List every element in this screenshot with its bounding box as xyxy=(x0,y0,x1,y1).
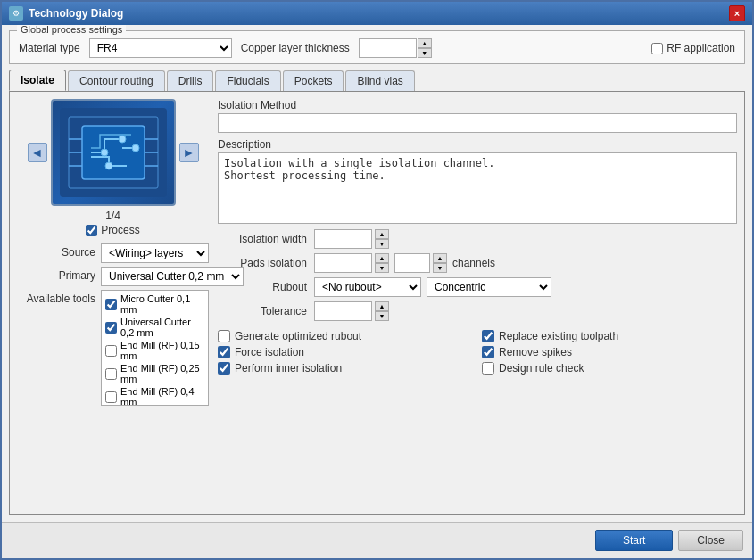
rubout-select[interactable]: <No rubout> xyxy=(314,277,421,297)
image-counter: 1/4 xyxy=(105,210,120,222)
source-select[interactable]: <Wiring> layers xyxy=(101,243,209,263)
form-rows: Source <Wiring> layers Primary Universal… xyxy=(17,243,209,406)
isolation-width-input[interactable]: 0,2 mm xyxy=(314,229,372,249)
window-icon: ⚙ xyxy=(9,6,23,21)
pads-isolation-wrap: 0.05 mm ▲ ▼ 0 ▲ ▼ channels xyxy=(314,253,495,273)
prev-image-button[interactable]: ◄ xyxy=(28,143,47,162)
pads-isolation-spinner: ▲ ▼ xyxy=(375,253,389,273)
material-type-select[interactable]: FR4 xyxy=(89,38,232,58)
isolation-width-row: Isolation width 0,2 mm ▲ ▼ xyxy=(218,229,737,249)
label-force-isolation: Force isolation xyxy=(235,346,304,358)
technology-dialog: ⚙ Technology Dialog × Global process set… xyxy=(0,0,754,560)
next-image-button[interactable]: ► xyxy=(179,143,199,162)
tab-fiducials[interactable]: Fiducials xyxy=(215,70,280,91)
primary-label: Primary xyxy=(17,267,95,282)
label-gen-rubout: Generate optimized rubout xyxy=(235,330,361,342)
tool-checkbox-universal02[interactable] xyxy=(105,322,117,334)
tab-drills[interactable]: Drills xyxy=(167,70,214,91)
tolerance-input[interactable]: 0.002 mm xyxy=(314,301,372,321)
tabs-bar: Isolate Contour routing Drills Fiducials… xyxy=(9,70,745,91)
label-perform-inner: Perform inner isolation xyxy=(235,362,342,375)
tool-label-endmill025: End Mill (RF) 0,25 mm xyxy=(120,363,204,384)
circuit-svg xyxy=(60,108,167,197)
tol-spin-down[interactable]: ▼ xyxy=(375,311,389,321)
copper-spin-down[interactable]: ▼ xyxy=(418,48,432,58)
title-bar: ⚙ Technology Dialog × xyxy=(2,2,752,25)
pads-channels-spinner: ▲ ▼ xyxy=(433,253,447,273)
tab-content-isolate: ◄ xyxy=(9,91,745,515)
copper-spin-up[interactable]: ▲ xyxy=(418,38,432,48)
tab-isolate[interactable]: Isolate xyxy=(9,70,66,91)
svg-point-4 xyxy=(119,136,126,143)
pads-isolation-row: Pads isolation 0.05 mm ▲ ▼ 0 ▲ ▼ xyxy=(218,253,737,273)
pads-iso-spin-down[interactable]: ▼ xyxy=(375,263,389,273)
pads-isolation-label: Pads isolation xyxy=(218,257,307,269)
description-textarea[interactable]: Isolation with a single isolation channe… xyxy=(218,152,737,224)
tol-spin-up[interactable]: ▲ xyxy=(375,301,389,311)
copper-spinner-buttons: ▲ ▼ xyxy=(418,38,432,58)
option-design-rule: Design rule check xyxy=(482,362,737,375)
dialog-body: Global process settings Material type FR… xyxy=(2,25,752,522)
tool-label-endmill04: End Mill (RF) 0,4 mm xyxy=(120,386,204,406)
available-tools-row: Available tools Micro Cutter 0,1 mm Univ… xyxy=(17,290,209,406)
checkbox-remove-spikes[interactable] xyxy=(482,346,494,358)
pads-ch-spin-down[interactable]: ▼ xyxy=(433,263,447,273)
checkbox-design-rule[interactable] xyxy=(482,362,494,375)
isolation-width-wrap: 0,2 mm ▲ ▼ xyxy=(314,229,389,249)
tool-checkbox-endmill015[interactable] xyxy=(105,345,117,357)
tools-list[interactable]: Micro Cutter 0,1 mm Universal Cutter 0,2… xyxy=(101,290,209,406)
left-panel: ◄ xyxy=(17,99,209,506)
pads-isolation-input[interactable]: 0.05 mm xyxy=(314,253,372,273)
rubout-style-select[interactable]: Concentric xyxy=(427,277,551,297)
tool-checkbox-endmill025[interactable] xyxy=(105,368,117,380)
rubout-row: Rubout <No rubout> Concentric xyxy=(218,277,737,297)
start-button[interactable]: Start xyxy=(595,530,673,551)
copper-thickness-input[interactable]: 18 µm xyxy=(359,38,417,58)
pads-iso-spin-up[interactable]: ▲ xyxy=(375,253,389,263)
tool-item: Universal Cutter 0,2 mm xyxy=(104,316,206,339)
tolerance-spinner: ▲ ▼ xyxy=(375,301,389,321)
option-perform-inner: Perform inner isolation xyxy=(218,362,473,375)
tab-blind-vias[interactable]: Blind vias xyxy=(345,70,414,91)
checkbox-gen-rubout[interactable] xyxy=(218,330,230,342)
label-design-rule: Design rule check xyxy=(499,362,584,375)
source-label: Source xyxy=(17,243,95,259)
rubout-wrap: <No rubout> Concentric xyxy=(314,277,551,297)
tool-checkbox-micro01[interactable] xyxy=(105,299,117,310)
tab-contour-routing[interactable]: Contour routing xyxy=(68,70,165,91)
rf-application-label: RF application xyxy=(667,42,735,54)
close-button[interactable]: Close xyxy=(678,530,743,551)
tolerance-row: Tolerance 0.002 mm ▲ ▼ xyxy=(218,301,737,321)
option-gen-rubout: Generate optimized rubout xyxy=(218,330,473,342)
isolation-method-label: Isolation Method xyxy=(218,99,737,111)
copper-thickness-spinner: 18 µm ▲ ▼ xyxy=(359,38,432,58)
title-bar-left: ⚙ Technology Dialog xyxy=(9,6,123,21)
tool-item: Micro Cutter 0,1 mm xyxy=(104,292,206,316)
tool-label-endmill015: End Mill (RF) 0,15 mm xyxy=(120,340,204,361)
pads-ch-spin-up[interactable]: ▲ xyxy=(433,253,447,263)
description-label: Description xyxy=(218,138,737,151)
tab-pockets[interactable]: Pockets xyxy=(283,70,344,91)
options-grid: Generate optimized rubout Replace existi… xyxy=(218,330,737,375)
isolation-method-input[interactable]: Basic xyxy=(218,113,737,133)
isolation-width-label: Isolation width xyxy=(218,233,307,245)
image-navigator: ◄ xyxy=(28,99,199,206)
isolation-width-spin-down[interactable]: ▼ xyxy=(375,239,389,249)
tool-checkbox-endmill04[interactable] xyxy=(105,391,117,403)
rf-application-checkbox[interactable] xyxy=(651,43,663,54)
checkbox-perform-inner[interactable] xyxy=(218,362,230,375)
pads-channels-input[interactable]: 0 xyxy=(394,253,430,273)
checkbox-force-isolation[interactable] xyxy=(218,346,230,358)
checkbox-replace-toolpath[interactable] xyxy=(482,330,494,342)
circuit-preview-image xyxy=(51,99,176,206)
available-tools-label: Available tools xyxy=(17,290,95,305)
global-settings-legend: Global process settings xyxy=(17,25,126,35)
close-window-button[interactable]: × xyxy=(729,5,745,21)
process-checkbox[interactable] xyxy=(86,225,97,236)
tolerance-wrap: 0.002 mm ▲ ▼ xyxy=(314,301,389,321)
window-title: Technology Dialog xyxy=(29,7,123,20)
process-check-wrap: Process xyxy=(86,224,139,236)
right-panel: Isolation Method Basic Description Isola… xyxy=(218,99,737,506)
tool-item: End Mill (RF) 0,25 mm xyxy=(104,362,206,385)
isolation-width-spin-up[interactable]: ▲ xyxy=(375,229,389,239)
